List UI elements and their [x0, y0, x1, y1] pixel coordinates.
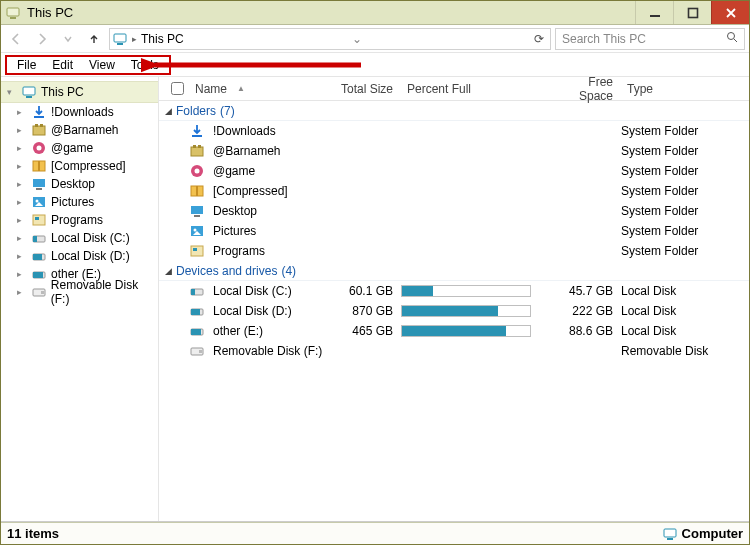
sidebar-item[interactable]: ▸Pictures — [1, 193, 158, 211]
search-input[interactable]: Search This PC — [555, 28, 745, 50]
group-drives[interactable]: ◢ Devices and drives (4) — [159, 261, 749, 281]
svg-rect-33 — [191, 147, 203, 156]
chevron-right-icon[interactable]: ▸ — [17, 161, 27, 171]
chevron-right-icon[interactable]: ▸ — [132, 34, 137, 44]
sidebar-item[interactable]: ▸Desktop — [1, 175, 158, 193]
column-free[interactable]: Free Space — [545, 77, 621, 103]
sidebar-item[interactable]: ▸!Downloads — [1, 103, 158, 121]
table-row[interactable]: Local Disk (C:)60.1 GB45.7 GBLocal Disk — [159, 281, 749, 301]
svg-rect-9 — [26, 96, 32, 98]
chevron-down-icon[interactable]: ▾ — [7, 87, 17, 97]
table-row[interactable]: Removable Disk (F:)Removable Disk — [159, 341, 749, 361]
up-button[interactable] — [83, 28, 105, 50]
percent-full-bar — [401, 325, 531, 337]
sidebar-item[interactable]: ▸Removable Disk (F:) — [1, 283, 158, 301]
close-button[interactable] — [711, 1, 749, 24]
chevron-right-icon[interactable]: ▸ — [17, 179, 27, 189]
item-total: 870 GB — [323, 304, 401, 318]
chevron-down-icon[interactable]: ◢ — [165, 266, 172, 276]
menu-edit[interactable]: Edit — [46, 58, 79, 72]
column-name[interactable]: Name▲ — [189, 82, 323, 96]
item-total: 465 GB — [323, 324, 401, 338]
svg-rect-4 — [114, 34, 126, 42]
item-type: System Folder — [621, 184, 749, 198]
chevron-right-icon[interactable]: ▸ — [17, 125, 27, 135]
svg-rect-27 — [33, 254, 42, 260]
percent-full-bar — [401, 285, 531, 297]
table-row[interactable]: Local Disk (D:)870 GB222 GBLocal Disk — [159, 301, 749, 321]
svg-rect-5 — [117, 43, 123, 45]
sidebar-item[interactable]: ▸[Compressed] — [1, 157, 158, 175]
menubar-row: File Edit View Tools — [1, 53, 749, 77]
download-icon — [31, 104, 47, 120]
svg-rect-41 — [194, 215, 200, 217]
item-name: [Compressed] — [213, 184, 288, 198]
compressed-icon — [189, 183, 205, 199]
this-pc-icon — [21, 84, 37, 100]
item-name: @Barnameh — [213, 144, 281, 158]
column-type[interactable]: Type — [621, 82, 749, 96]
refresh-button[interactable]: ⟳ — [530, 32, 548, 46]
chevron-right-icon[interactable]: ▸ — [17, 269, 27, 279]
game-icon — [189, 163, 205, 179]
chevron-right-icon[interactable]: ▸ — [17, 215, 27, 225]
sidebar-item[interactable]: ▸Programs — [1, 211, 158, 229]
sidebar-item[interactable]: ▸@Barnameh — [1, 121, 158, 139]
svg-rect-45 — [193, 248, 197, 251]
table-row[interactable]: @gameSystem Folder — [159, 161, 749, 181]
recent-locations-button[interactable] — [57, 28, 79, 50]
this-pc-icon — [5, 5, 21, 21]
addr-dropdown-icon[interactable]: ⌄ — [348, 32, 366, 46]
svg-rect-49 — [191, 309, 200, 315]
svg-point-21 — [36, 200, 39, 203]
barnameh-icon — [189, 143, 205, 159]
sidebar-item[interactable]: ▸Local Disk (D:) — [1, 247, 158, 265]
minimize-button[interactable] — [635, 1, 673, 24]
menu-view[interactable]: View — [83, 58, 121, 72]
item-free: 45.7 GB — [545, 284, 621, 298]
sidebar-item[interactable]: ▸@game — [1, 139, 158, 157]
chevron-down-icon[interactable]: ◢ — [165, 106, 172, 116]
table-row[interactable]: PicturesSystem Folder — [159, 221, 749, 241]
breadcrumb[interactable]: This PC — [141, 32, 184, 46]
maximize-button[interactable] — [673, 1, 711, 24]
column-percent[interactable]: Percent Full — [401, 82, 545, 96]
titlebar: This PC — [1, 1, 749, 25]
chevron-right-icon[interactable]: ▸ — [17, 143, 27, 153]
chevron-right-icon[interactable]: ▸ — [17, 107, 27, 117]
item-name: Pictures — [213, 224, 256, 238]
svg-point-6 — [728, 33, 735, 40]
back-button[interactable] — [5, 28, 27, 50]
svg-rect-3 — [688, 8, 697, 17]
chevron-right-icon[interactable]: ▸ — [17, 197, 27, 207]
sidebar-item[interactable]: ▸Local Disk (C:) — [1, 229, 158, 247]
chevron-right-icon[interactable]: ▸ — [17, 287, 27, 297]
table-row[interactable]: @BarnamehSystem Folder — [159, 141, 749, 161]
chevron-right-icon[interactable]: ▸ — [17, 233, 27, 243]
chevron-right-icon[interactable]: ▸ — [17, 251, 27, 261]
table-row[interactable]: DesktopSystem Folder — [159, 201, 749, 221]
address-bar[interactable]: ▸ This PC ⌄ ⟳ — [109, 28, 551, 50]
menu-file[interactable]: File — [11, 58, 42, 72]
svg-point-15 — [37, 146, 42, 151]
column-total[interactable]: Total Size — [323, 82, 401, 96]
svg-rect-12 — [35, 124, 38, 127]
item-type: Removable Disk — [621, 344, 749, 358]
item-name: @game — [213, 164, 255, 178]
forward-button[interactable] — [31, 28, 53, 50]
svg-rect-23 — [35, 217, 39, 220]
table-row[interactable]: ProgramsSystem Folder — [159, 241, 749, 261]
table-row[interactable]: !DownloadsSystem Folder — [159, 121, 749, 141]
svg-rect-40 — [191, 206, 203, 214]
table-row[interactable]: other (E:)465 GB88.6 GBLocal Disk — [159, 321, 749, 341]
select-all-checkbox[interactable] — [171, 82, 184, 95]
svg-rect-53 — [199, 350, 202, 353]
table-row[interactable]: [Compressed]System Folder — [159, 181, 749, 201]
item-name: Desktop — [213, 204, 257, 218]
search-icon — [726, 31, 738, 46]
drive-d-icon — [189, 303, 205, 319]
sidebar-item-label: Programs — [51, 213, 103, 227]
group-folders[interactable]: ◢ Folders (7) — [159, 101, 749, 121]
sidebar-this-pc[interactable]: ▾ This PC — [1, 81, 158, 103]
search-placeholder: Search This PC — [562, 32, 646, 46]
